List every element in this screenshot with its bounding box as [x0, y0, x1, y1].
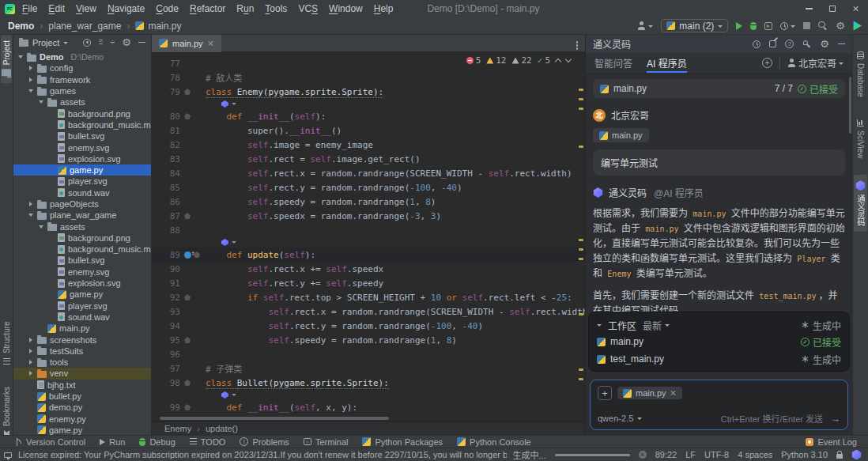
tongyi-status-icon[interactable] [851, 450, 862, 460]
toolwindow-terminal[interactable]: Terminal [296, 437, 356, 447]
chevron-down-icon[interactable] [27, 213, 34, 217]
menu-item-run[interactable]: Run [231, 3, 259, 14]
tree-item-tools[interactable]: tools [13, 357, 151, 368]
menu-item-edit[interactable]: Edit [43, 3, 70, 14]
chevron-down-icon[interactable] [17, 55, 24, 59]
code-line-90[interactable]: 90 self.rect.x += self.speedx [152, 262, 585, 276]
search-button[interactable] [818, 21, 828, 31]
assistant-user-menu[interactable]: 北京宏哥 [787, 56, 843, 70]
stripe-tab--[interactable]: 通义灵码 [854, 175, 867, 232]
gear-icon[interactable] [820, 39, 829, 49]
menu-item-navigate[interactable]: Navigate [102, 3, 150, 14]
tab-ai-[interactable]: AI 程序员 [647, 53, 687, 73]
menu-item-code[interactable]: Code [150, 3, 184, 14]
settings-button[interactable] [836, 21, 845, 31]
breadcrumb-item-main-py[interactable]: main.py [135, 21, 181, 32]
gear-icon[interactable] [122, 37, 131, 47]
code-line-92[interactable]: 92 if self.rect.top > SCREEN_HEIGHT + 10… [152, 290, 585, 304]
event-log-button[interactable]: Event Log [806, 437, 860, 447]
fold-marker-icon[interactable] [184, 89, 191, 95]
inspections-widget[interactable]: 5 12 22 5 [466, 55, 571, 66]
menu-item-view[interactable]: View [70, 3, 102, 14]
remove-attachment-icon[interactable] [670, 390, 677, 396]
tree-item-assets[interactable]: assets [13, 96, 151, 108]
menu-item-vcs[interactable]: VCS [292, 3, 323, 14]
chevron-right-icon[interactable] [27, 338, 34, 342]
chevron-right-icon[interactable] [27, 66, 34, 70]
code-line-99[interactable]: 99 def __init__(self, x, y): [152, 400, 585, 414]
tree-item-enemy-py[interactable]: enemy.py [13, 414, 151, 425]
tree-item-demo-py[interactable]: demo.py [13, 402, 151, 413]
fold-marker-icon[interactable] [184, 294, 191, 300]
fold-marker-icon[interactable] [184, 113, 191, 119]
stripe-tab-database[interactable]: Database [855, 46, 866, 103]
code-line-87[interactable]: 87 self.speedx = random.randrange(-3, 3) [152, 209, 585, 223]
run-button[interactable] [736, 22, 742, 30]
tree-item-pageobjects[interactable]: pageObjects [13, 198, 151, 210]
indent-setting[interactable]: 4 spaces [738, 450, 772, 459]
ai-codelens[interactable] [152, 390, 585, 400]
menu-item-tools[interactable]: Tools [259, 3, 292, 14]
code-line-93[interactable]: 93 self.rect.x = random.randrange(SCREEN… [152, 304, 585, 319]
menu-item-file[interactable]: File [17, 3, 43, 14]
next-problem-button[interactable] [565, 56, 572, 62]
monitor-icon[interactable] [4, 452, 12, 458]
tree-item-bjhg-txt[interactable]: bjhg.txt [13, 380, 151, 391]
tree-item-bullet-py[interactable]: bullet.py [13, 391, 151, 402]
attachment-chip[interactable]: main.py [617, 387, 682, 399]
code-line-80[interactable]: 80 def __init__(self): [152, 109, 585, 123]
stop-button[interactable] [803, 22, 810, 29]
tree-item-demo[interactable]: DemoD:\Demo [13, 51, 151, 62]
help-button[interactable] [785, 40, 794, 48]
code-line-86[interactable]: 86 self.speedy = random.randrange(1, 8) [152, 195, 585, 209]
tree-item-main-py[interactable]: main.py [13, 323, 151, 334]
menu-item-help[interactable]: Help [368, 3, 399, 14]
chevron-down-icon[interactable] [37, 100, 44, 104]
code-line-85[interactable]: 85 self.rect.y = random.randrange(-100, … [152, 180, 585, 195]
toolwindow-problems[interactable]: Problems [232, 437, 296, 447]
code-line-78[interactable]: 78# 敌人类 [152, 70, 585, 85]
editor-breadcrumb-item[interactable]: Enemy [164, 424, 191, 433]
tree-item-bullet-svg[interactable]: bullet.svg [13, 255, 151, 266]
caret-position[interactable]: 89:22 [655, 450, 677, 459]
code-line-82[interactable]: 82 self.image = enemy_image [152, 138, 585, 152]
model-select[interactable]: qwen-2.5 [598, 414, 642, 423]
add-context-button[interactable]: + [598, 386, 612, 400]
tree-item-enemy-svg[interactable]: enemy.svg [13, 266, 151, 278]
code-line-84[interactable]: 84 self.rect.x = random.randrange(SCREEN… [152, 166, 585, 180]
hide-panel-button[interactable] [138, 42, 145, 43]
tree-item-game-py[interactable]: game.py [13, 289, 151, 300]
tree-item-background-png[interactable]: background.png [13, 232, 151, 244]
chat-area[interactable]: main.py7 / 7已接受北北京宏哥main.py编写单元测试通义灵码@AI… [586, 74, 852, 323]
license-message[interactable]: License expired: Your PyCharm subscripti… [18, 450, 507, 459]
tree-item-sound-wav[interactable]: sound.wav [13, 187, 151, 198]
chevron-down-icon[interactable] [63, 42, 68, 44]
tree-item-config[interactable]: config [13, 62, 151, 74]
chevron-right-icon[interactable] [27, 202, 34, 206]
history-button[interactable] [753, 40, 760, 48]
breadcrumb-item-demo[interactable]: Demo [8, 21, 34, 32]
locate-file-button[interactable] [83, 39, 91, 47]
interpreter[interactable]: Python 3.10 [781, 450, 828, 459]
workspace-file-main-py[interactable]: main.py已接受 [597, 333, 841, 350]
cancel-task-button[interactable] [639, 451, 647, 459]
fold-marker-icon[interactable] [184, 380, 191, 386]
expand-all-button[interactable] [98, 39, 103, 46]
tree-item-game-py[interactable]: game.py [13, 164, 151, 176]
code-line-97[interactable]: 97# 子弹类 [152, 361, 585, 376]
code-line-98[interactable]: 98class Bullet(pygame.sprite.Sprite): [152, 376, 585, 390]
tree-item-player-svg[interactable]: player.svg [13, 300, 151, 312]
close-tab-icon[interactable] [208, 40, 214, 47]
new-chat-button[interactable] [769, 40, 776, 47]
chevron-right-icon[interactable] [27, 371, 34, 376]
tree-item-framework[interactable]: framework [13, 74, 151, 85]
debug-button[interactable] [750, 22, 757, 30]
code-editor[interactable]: 7778# 敌人类79class Enemy(pygame.sprite.Spr… [152, 52, 585, 421]
tree-item-screenshots[interactable]: screenshots [13, 334, 151, 345]
tree-item-testsuits[interactable]: testSuits [13, 346, 151, 357]
breadcrumb-item-plane-war-game[interactable]: plane_war_game [48, 21, 121, 32]
tongyi-toolbar-button[interactable] [853, 21, 862, 31]
workspace-file-test-main-py[interactable]: test_main.py生成中 [597, 350, 841, 368]
chevron-down-icon[interactable] [27, 89, 34, 93]
chevron-down-icon[interactable] [597, 324, 602, 327]
